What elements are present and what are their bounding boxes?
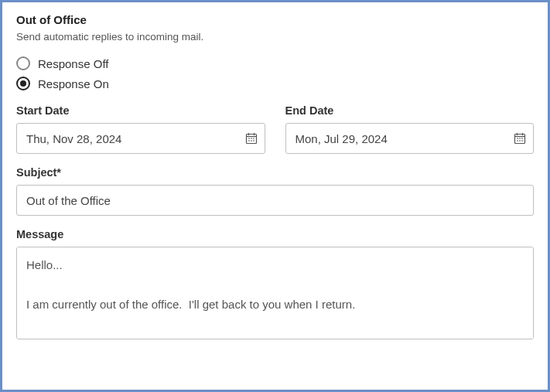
message-label: Message bbox=[16, 228, 534, 240]
panel-title: Out of Office bbox=[16, 13, 534, 26]
end-date-label: End Date bbox=[285, 104, 535, 117]
response-off-radio[interactable]: Response Off bbox=[16, 56, 534, 70]
calendar-icon[interactable] bbox=[514, 132, 526, 145]
subject-input[interactable] bbox=[16, 185, 534, 216]
start-date-label: Start Date bbox=[16, 104, 265, 117]
radio-icon bbox=[16, 56, 30, 70]
subject-label: Subject* bbox=[16, 166, 534, 179]
message-textarea[interactable] bbox=[16, 247, 534, 339]
panel-subtitle: Send automatic replies to incoming mail. bbox=[16, 31, 534, 43]
response-on-radio[interactable]: Response On bbox=[16, 77, 534, 90]
response-radio-group: Response Off Response On bbox=[16, 56, 534, 90]
start-date-input[interactable] bbox=[16, 123, 265, 154]
response-on-label: Response On bbox=[38, 77, 109, 90]
calendar-icon[interactable] bbox=[245, 132, 258, 145]
end-date-input[interactable] bbox=[285, 123, 535, 154]
radio-icon bbox=[16, 77, 30, 90]
out-of-office-panel: Out of Office Send automatic replies to … bbox=[0, 0, 550, 392]
response-off-label: Response Off bbox=[38, 57, 108, 70]
